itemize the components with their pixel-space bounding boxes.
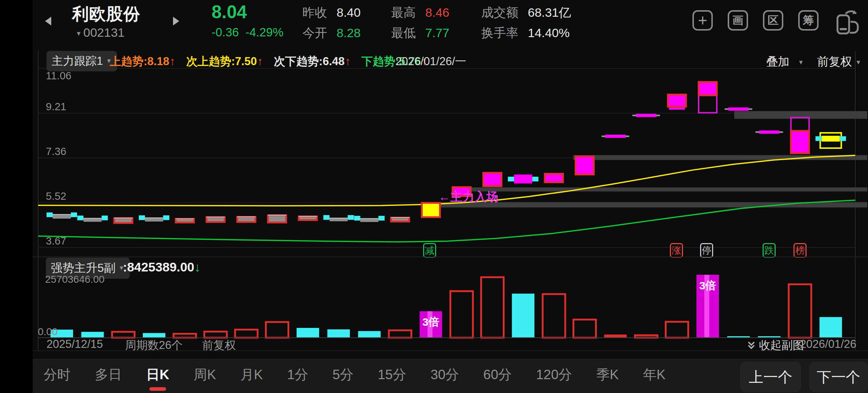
tab-15分[interactable]: 15分 (378, 366, 406, 391)
tab-60分[interactable]: 60分 (483, 366, 512, 391)
candle-cyan-tab (102, 215, 108, 220)
volume-bar (574, 319, 596, 338)
tab-日K[interactable]: 日K (146, 366, 169, 391)
overlay-button[interactable]: 叠加 ▼ (766, 54, 804, 70)
candle-body (114, 218, 132, 223)
supply-band (465, 187, 867, 191)
volume-bar (789, 284, 811, 338)
y-axis-label: 7.36 (46, 146, 66, 158)
volume-bar (450, 291, 473, 338)
volume-bar (635, 335, 658, 338)
marker-badge-跌[interactable]: 跌 (763, 243, 776, 258)
rotate-screen-button[interactable] (830, 6, 863, 36)
chip-distribution-button[interactable]: 筹 (798, 10, 819, 31)
plus-icon: + (698, 11, 707, 29)
main-indicator-name: 主力跟踪1 (52, 53, 103, 69)
tab-季K[interactable]: 季K (596, 366, 619, 391)
volume-bar (173, 334, 196, 338)
range-end-date: 2026/01/26 (800, 338, 856, 351)
candle-cyan-tab (508, 177, 514, 182)
chevron-down-icon: ▼ (798, 59, 804, 66)
candle-cyan-tab (840, 136, 846, 141)
candle-body (299, 217, 317, 220)
region-stats-button[interactable]: 区 (763, 10, 783, 31)
volume-bar (358, 331, 381, 338)
volume-bar (204, 332, 227, 338)
sub-axis-max: 25703646.00 (45, 274, 105, 285)
tab-多日[interactable]: 多日 (95, 366, 122, 391)
chips-icon: 筹 (803, 13, 814, 28)
volume-bar (235, 330, 258, 338)
trend-item: 上趋势:8.18↑ (110, 54, 175, 69)
volume-bar (81, 332, 104, 338)
candle-body (668, 95, 686, 107)
candle-cyan-tab (378, 216, 385, 221)
tab-分时[interactable]: 分时 (44, 366, 71, 391)
main-indicator-selector[interactable]: 主力跟踪1 ▼ (47, 51, 117, 71)
trend-item: 次上趋势:7.50↑ (186, 54, 263, 69)
candle-cyan-tab (139, 215, 145, 220)
stat-最低: 最低7.77 (391, 25, 449, 41)
volume-bar (112, 332, 134, 338)
candle-cyan-tab (348, 215, 354, 220)
candle-body (268, 215, 286, 222)
candle-body (330, 218, 348, 221)
candle-body (576, 156, 594, 175)
candle-body (360, 219, 378, 222)
tab-5分[interactable]: 5分 (333, 366, 354, 391)
draw-tool-button[interactable]: 画 (728, 10, 748, 31)
y-axis-label: 9.21 (46, 101, 66, 113)
volume-bar (297, 328, 319, 338)
candle-body (84, 218, 102, 222)
candle-cyan-tab (354, 216, 360, 221)
tab-30分[interactable]: 30分 (430, 366, 459, 391)
add-compare-button[interactable]: + (692, 10, 713, 31)
candle-body (237, 217, 256, 222)
stat-换手率: 换手率14.40% (481, 25, 570, 41)
adjust-mode-button[interactable]: 前复权 ▼ (817, 54, 861, 70)
tab-120分[interactable]: 120分 (536, 366, 572, 391)
tab-1分[interactable]: 1分 (287, 366, 308, 391)
volume-multiple-label: 3倍 (422, 316, 439, 328)
prev-stock-button[interactable]: 上一个 (740, 362, 801, 392)
adjust-mode-label: 前复权 (817, 55, 852, 68)
supply-band (573, 155, 867, 160)
candle-cyan-tab (77, 215, 84, 220)
sub-axis-zero: 0.00 (38, 326, 58, 338)
candle-body (391, 218, 409, 222)
volume-bar (266, 322, 288, 338)
candle-body (545, 174, 563, 182)
candle-body (53, 214, 71, 218)
stock-app-screen: 3倍3倍 利欧股份 ▼ 002131 8.04 -0.36 -4.29% 昨收8… (0, 0, 868, 393)
tab-周K[interactable]: 周K (194, 366, 216, 391)
y-axis-label: 3.67 (46, 235, 66, 247)
candle-cyan-tab (163, 215, 169, 220)
candle-body (699, 82, 717, 95)
main-force-entry-annotation: ←主力入场 (438, 189, 498, 205)
candle-body (422, 203, 440, 217)
candle-cyan-tab (71, 213, 77, 217)
candle-cyan-tab (532, 177, 538, 182)
sub-indicator-value: :8425389.00↓ (123, 260, 201, 274)
volume-bar (481, 277, 504, 338)
marker-badge-停[interactable]: 停 (700, 243, 713, 258)
tab-月K[interactable]: 月K (240, 366, 263, 391)
stat-昨收: 昨收8.40 (302, 4, 361, 21)
next-stock-label: 下一个 (817, 367, 860, 387)
volume-bar (604, 334, 627, 338)
marker-badge-榜[interactable]: 榜 (793, 243, 807, 258)
volume-bar (820, 317, 842, 338)
volume-bar (543, 294, 565, 338)
stats-grid: 昨收8.40今开8.28最高8.46最低7.77成交额68.31亿换手率14.4… (0, 0, 582, 44)
y-axis-label: 5.52 (46, 190, 66, 202)
marker-badge-涨[interactable]: 涨 (670, 243, 683, 258)
candle-cyan-tab (816, 136, 822, 141)
candle-body (176, 219, 194, 222)
chevron-down-icon: ▼ (855, 59, 861, 66)
tab-年K[interactable]: 年K (643, 366, 666, 391)
chart-date: 2026/01/26/一 (395, 54, 466, 69)
down-arrow-icon: ↓ (194, 260, 201, 274)
volume-multiple-label: 3倍 (699, 279, 716, 291)
marker-badge-减[interactable]: 减 (423, 243, 436, 258)
next-stock-button[interactable]: 下一个 (809, 362, 868, 392)
